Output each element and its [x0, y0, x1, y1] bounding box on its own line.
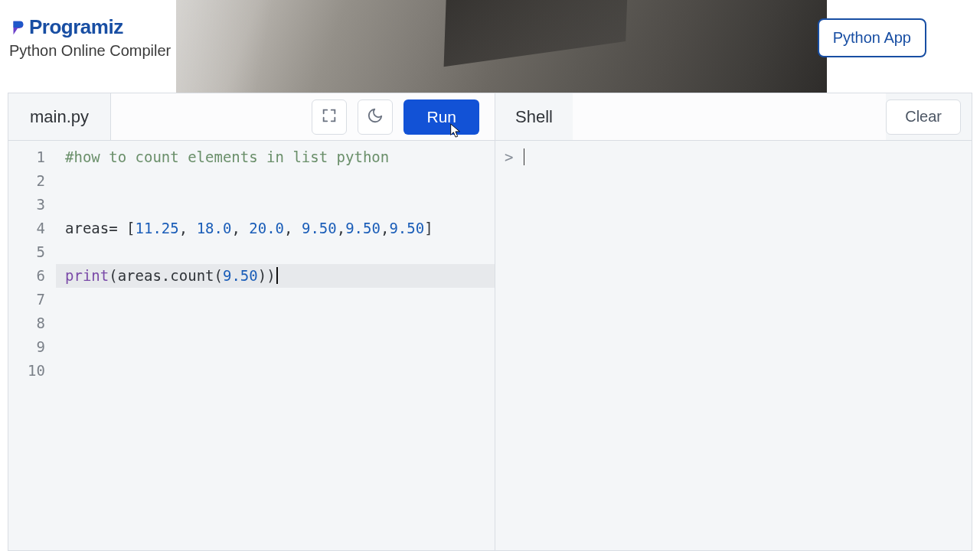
- file-tab-label: main.py: [30, 107, 89, 127]
- text-cursor: [276, 267, 278, 284]
- shell-prompt: >: [505, 148, 513, 165]
- code-line-3[interactable]: [56, 193, 495, 217]
- code-line-10[interactable]: [56, 359, 495, 383]
- code-line-7[interactable]: [56, 288, 495, 311]
- brand-subtitle: Python Online Compiler: [9, 42, 171, 60]
- video-overlay-banner: [176, 0, 827, 93]
- shell-header: Shell Clear: [495, 93, 972, 141]
- code-editor[interactable]: 12345 678910 #how to count elements in l…: [8, 141, 495, 550]
- shell-title: Shell: [495, 107, 573, 127]
- python-app-button[interactable]: Python App: [818, 18, 926, 57]
- workspace: main.py Run 12345: [8, 93, 972, 551]
- shell-output[interactable]: >: [495, 141, 972, 550]
- fullscreen-button[interactable]: [312, 99, 347, 135]
- code-line-9[interactable]: [56, 335, 495, 359]
- run-button[interactable]: Run: [403, 99, 479, 135]
- brand-name: Programiz: [29, 15, 123, 39]
- code-line-2[interactable]: [56, 169, 495, 193]
- code-line-8[interactable]: [56, 311, 495, 335]
- fullscreen-icon: [321, 107, 338, 126]
- file-tab[interactable]: main.py: [8, 93, 111, 140]
- moon-icon: [367, 107, 384, 126]
- editor-panel: main.py Run 12345: [8, 93, 495, 550]
- code-area[interactable]: #how to count elements in list python ar…: [56, 141, 495, 550]
- brand-block: Programiz Python Online Compiler: [9, 15, 171, 60]
- clear-button[interactable]: Clear: [886, 99, 961, 135]
- line-gutter: 12345 678910: [8, 141, 56, 550]
- brand-logo-icon: [9, 19, 26, 36]
- code-line-4[interactable]: areas= [11.25, 18.0, 20.0, 9.50,9.50,9.5…: [56, 217, 495, 240]
- shell-panel: Shell Clear >: [495, 93, 972, 550]
- code-line-5[interactable]: [56, 240, 495, 264]
- shell-cursor: [524, 148, 524, 165]
- comment-text: #how to count elements in list python: [65, 148, 389, 165]
- top-header: Programiz Python Online Compiler Python …: [0, 0, 980, 93]
- editor-header: main.py Run: [8, 93, 495, 141]
- code-line-1[interactable]: #how to count elements in list python: [56, 145, 495, 169]
- theme-toggle-button[interactable]: [358, 99, 393, 135]
- code-line-6[interactable]: print(areas.count(9.50)): [56, 264, 495, 288]
